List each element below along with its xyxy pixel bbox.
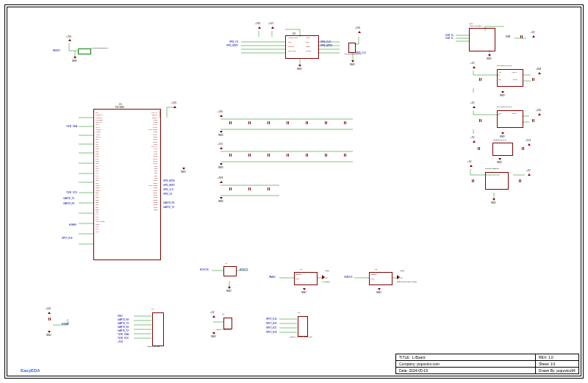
reg4-cout bbox=[519, 179, 521, 182]
led2-val: 0603Yellow-light_C2290 bbox=[397, 281, 417, 283]
p1-pin5: UART0_TX bbox=[118, 329, 129, 332]
gnd-label: GND bbox=[350, 63, 355, 66]
net-spi-cs: SPI0_CS bbox=[229, 40, 238, 43]
gnd-icon bbox=[212, 332, 215, 334]
panic-label: PANIC bbox=[269, 276, 276, 279]
power-rail-icon bbox=[220, 115, 223, 117]
usb-dm: USB_D- bbox=[445, 37, 453, 40]
reg1-cout bbox=[532, 78, 534, 81]
reg1-vin: VIN bbox=[498, 71, 501, 74]
tb-title-label: TITLE: bbox=[399, 355, 410, 359]
ld2-reset: RESET bbox=[370, 273, 376, 276]
power-label: +1V1 bbox=[218, 143, 223, 146]
schematic-canvas: +2V5 RESET FTS1C0C0300SG11 GND +2V5 +1V1… bbox=[9, 9, 579, 374]
reg1-val: SPX3819M5-L/3.3 bbox=[497, 65, 512, 67]
p1-pin6: TWI0_SDA bbox=[118, 333, 129, 336]
flash-pin-sck: SCK bbox=[306, 41, 309, 43]
gnd-label: GND bbox=[497, 161, 502, 164]
evref-label: EVREF bbox=[69, 223, 76, 226]
gnd-label: GND bbox=[500, 135, 505, 138]
tb-sheet-value: 1/1 bbox=[551, 362, 556, 366]
p1-pin8: +3V3 bbox=[118, 340, 123, 343]
p1-pin4: UART0_RX bbox=[118, 326, 129, 329]
reg3-cout bbox=[522, 147, 524, 150]
gnd-icon bbox=[220, 131, 223, 133]
gnd-label: GND bbox=[211, 335, 216, 338]
power-rail-icon bbox=[212, 315, 215, 318]
gnd-label: GND bbox=[226, 290, 232, 293]
decoupling-cap bbox=[248, 187, 251, 190]
decoupling-cap bbox=[229, 121, 232, 124]
tb-rev-label: REV: bbox=[539, 355, 547, 359]
net-spi-clk-r: SPI0_CLK bbox=[320, 40, 331, 43]
p2-ref: P2 bbox=[222, 313, 224, 315]
flash-pin-si: SI/IO0 bbox=[306, 50, 311, 52]
reset-net-label: RESET bbox=[53, 49, 60, 52]
reg2-val: SPX3819M5-L/2.5 bbox=[497, 106, 512, 108]
ld2-out: OUT bbox=[370, 278, 374, 280]
gnd-label: GND bbox=[500, 94, 505, 97]
p1-ref: P1 bbox=[151, 308, 154, 310]
gnd-icon bbox=[501, 132, 504, 135]
mcu-pins-left-block: NMIMIC/DATAMIC/CLKMIC_DETVCC_IOHP_LHP_RH… bbox=[96, 112, 104, 233]
power-label: +5V bbox=[470, 101, 474, 104]
p1-pin3: UART3_TX bbox=[118, 322, 129, 325]
power-rail-icon bbox=[220, 147, 223, 149]
decoupling-cap bbox=[268, 121, 270, 124]
power-label: +2V5 bbox=[255, 22, 260, 25]
p3-pin1: GPIO_E19 bbox=[266, 318, 277, 321]
decoupling-cap bbox=[268, 154, 270, 157]
power-rail-icon bbox=[271, 26, 274, 29]
p1-pin7: TWI0_SCK bbox=[118, 337, 129, 340]
usb-cap bbox=[520, 35, 523, 38]
header-p3 bbox=[298, 316, 308, 337]
p1-pin2: UART3_RX bbox=[118, 318, 129, 321]
gnd-label: GND bbox=[218, 200, 223, 203]
decoupling-cap bbox=[287, 154, 289, 157]
reset-part: FTS1C0C0300SG11 bbox=[91, 47, 108, 49]
net-spi-clk: SPI0_CLK bbox=[356, 51, 366, 54]
usb-label: USB bbox=[506, 35, 510, 38]
power-rail-icon bbox=[473, 140, 476, 143]
gnd-icon bbox=[220, 197, 223, 199]
gnd-icon bbox=[378, 288, 381, 290]
decoupling-cap bbox=[306, 121, 308, 124]
decoupling-cap bbox=[344, 121, 346, 124]
tb-company-value: popovicu.com bbox=[417, 362, 440, 366]
power-rail-icon bbox=[358, 31, 361, 33]
power-rail-icon bbox=[528, 173, 531, 176]
decoupling-cap bbox=[248, 154, 251, 157]
p2-val: PZ254-1-02-Z-8.5 bbox=[216, 329, 231, 331]
gnd-label: GND bbox=[72, 60, 77, 62]
reg4-val: LP2985-10DBVR bbox=[485, 168, 499, 170]
status-label: STATUS bbox=[344, 276, 352, 279]
flash-pin-vcc: VCC bbox=[306, 37, 309, 39]
reg1-cin bbox=[479, 78, 481, 81]
gnd-label: GND bbox=[487, 57, 492, 60]
power-label: +2V5 bbox=[46, 307, 51, 310]
decoupling-cap bbox=[287, 121, 289, 124]
hoscin-label: HOSCIN bbox=[200, 268, 209, 271]
led2-ref: LED2 bbox=[400, 270, 404, 272]
gnd-icon bbox=[220, 163, 223, 165]
reg1-en: EN bbox=[498, 79, 501, 81]
gnd-label: GND bbox=[301, 291, 306, 294]
power-rail-icon bbox=[532, 35, 535, 37]
gnd-icon bbox=[351, 60, 354, 62]
power-label: +2V5 bbox=[218, 110, 223, 113]
power-rail-icon bbox=[173, 106, 176, 108]
tb-company-label: Company: bbox=[399, 362, 416, 366]
gnd-icon bbox=[74, 57, 76, 59]
gnd-label: GND bbox=[218, 166, 223, 169]
led1-ref: LED1 bbox=[325, 270, 329, 272]
spi-miso-r: SPI0_MISO bbox=[163, 184, 175, 187]
power-label: +2V5 bbox=[66, 35, 71, 38]
tb-sheet-label: Sheet: bbox=[539, 362, 549, 366]
gnd-icon bbox=[488, 54, 491, 57]
led-icon bbox=[397, 275, 400, 279]
gnd-label: GND bbox=[218, 134, 223, 137]
power-rail-icon bbox=[538, 72, 541, 74]
spi-mosi-r: SPI0_MOSI bbox=[163, 179, 175, 182]
gnd-label: GND bbox=[46, 334, 51, 337]
power-rail-icon bbox=[473, 66, 476, 68]
